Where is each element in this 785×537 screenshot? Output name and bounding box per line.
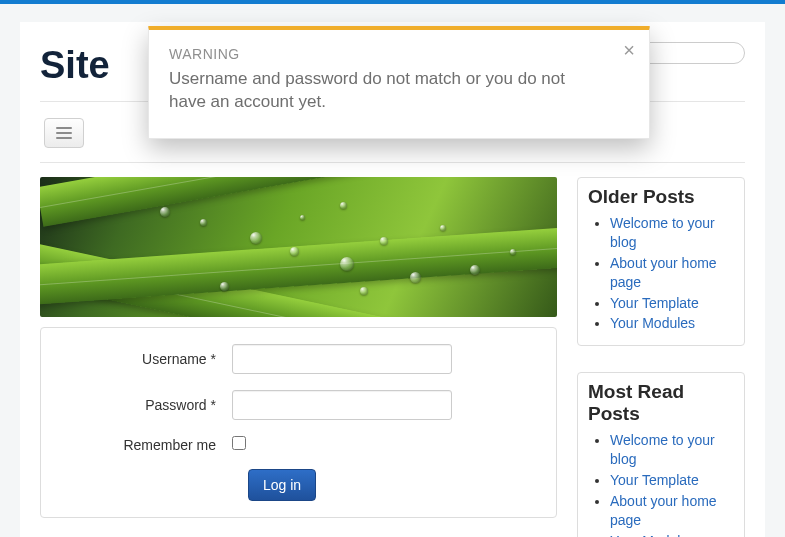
list-item: About your home page <box>610 254 734 292</box>
username-label: Username * <box>57 351 232 367</box>
list-item: Your Template <box>610 294 734 313</box>
most-read-link[interactable]: Your Template <box>610 472 699 488</box>
modal-heading: WARNING <box>169 46 605 62</box>
most-read-link[interactable]: About your home page <box>610 493 717 528</box>
most-read-title: Most Read Posts <box>588 381 734 425</box>
password-label: Password * <box>57 397 232 413</box>
most-read-link[interactable]: Welcome to your blog <box>610 432 715 467</box>
search-input[interactable] <box>635 42 745 64</box>
list-item: About your home page <box>610 492 734 530</box>
older-post-link[interactable]: About your home page <box>610 255 717 290</box>
close-icon[interactable]: × <box>623 40 635 60</box>
remember-checkbox[interactable] <box>232 436 246 450</box>
login-panel: Username * Password * Remember me Log in <box>40 327 557 518</box>
password-input[interactable] <box>232 390 452 420</box>
list-item: Your Template <box>610 471 734 490</box>
older-post-link[interactable]: Welcome to your blog <box>610 215 715 250</box>
login-button[interactable]: Log in <box>248 469 316 501</box>
remember-label: Remember me <box>57 437 232 453</box>
list-item: Your Modules <box>610 532 734 537</box>
divider <box>40 162 745 163</box>
most-read-link[interactable]: Your Modules <box>610 533 695 537</box>
top-accent-bar <box>0 0 785 4</box>
hamburger-icon <box>56 127 72 139</box>
most-read-box: Most Read Posts Welcome to your blog You… <box>577 372 745 537</box>
list-item: Welcome to your blog <box>610 431 734 469</box>
list-item: Your Modules <box>610 314 734 333</box>
older-posts-box: Older Posts Welcome to your blog About y… <box>577 177 745 346</box>
older-post-link[interactable]: Your Template <box>610 295 699 311</box>
list-item: Welcome to your blog <box>610 214 734 252</box>
menu-toggle-button[interactable] <box>44 118 84 148</box>
older-posts-title: Older Posts <box>588 186 734 208</box>
hero-image <box>40 177 557 317</box>
older-post-link[interactable]: Your Modules <box>610 315 695 331</box>
username-input[interactable] <box>232 344 452 374</box>
warning-modal: × WARNING Username and password do not m… <box>148 26 650 139</box>
modal-message: Username and password do not match or yo… <box>169 68 605 114</box>
